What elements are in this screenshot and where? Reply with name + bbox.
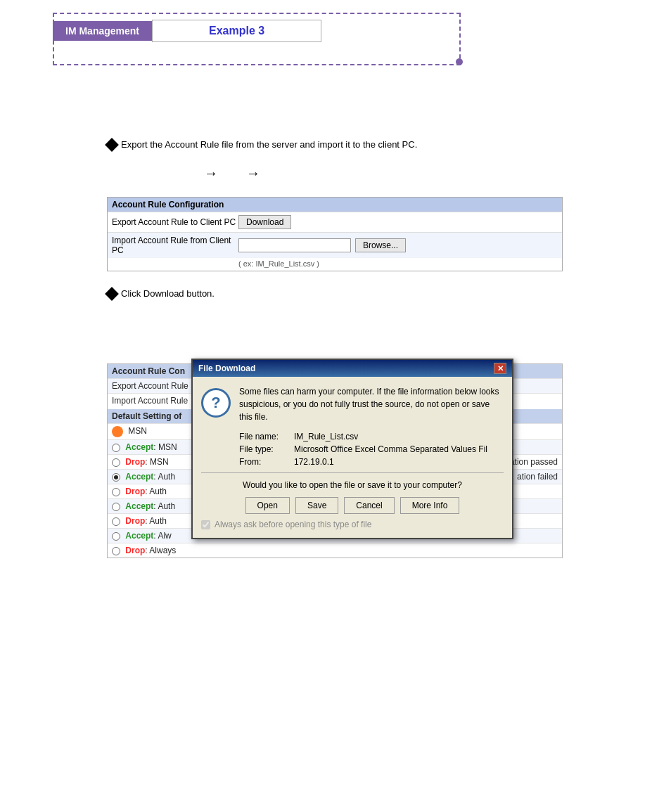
diamond-icon-2 xyxy=(105,287,119,301)
browse-button[interactable]: Browse... xyxy=(355,238,406,252)
im-management-tab: IM Management xyxy=(53,21,152,41)
accept-2-right: ation failed xyxy=(517,472,558,482)
accept-1-text: MSN xyxy=(158,442,177,452)
file-download-dialog: File Download ✕ ? Some files can harm yo… xyxy=(191,359,513,539)
drop-4-text: Always xyxy=(149,546,176,555)
file-type-row: File type: Microsoft Office Excel Comma … xyxy=(239,444,504,454)
radio-1[interactable] xyxy=(112,444,120,452)
radio-4[interactable] xyxy=(112,488,120,496)
accept-3: Accept xyxy=(125,501,153,511)
drop-1-right: ation passed xyxy=(510,457,558,467)
from-row: From: 172.19.0.1 xyxy=(239,457,504,467)
dialog-info-table: File name: IM_Rule_List.csv File type: M… xyxy=(239,432,504,467)
drop-3-text: Auth xyxy=(149,516,167,526)
always-ask-label: Always ask before opening this type of f… xyxy=(215,520,371,529)
question-icon: ? xyxy=(201,388,231,418)
dialog-buttons: Open Save Cancel More Info xyxy=(201,497,504,514)
save-button[interactable]: Save xyxy=(295,497,338,514)
drop-2-text: Auth xyxy=(149,486,167,496)
file-type-label: File type: xyxy=(239,444,288,454)
drop-1-text: MSN xyxy=(150,457,169,467)
radio-8[interactable] xyxy=(112,547,120,555)
example-tab: Example 3 xyxy=(152,20,321,42)
bullet-1-text: Export the Account Rule file from the se… xyxy=(121,139,417,150)
from-label: From: xyxy=(239,457,288,467)
radio-7[interactable] xyxy=(112,532,120,541)
arc-table-top: Account Rule Configuration Export Accoun… xyxy=(107,197,563,271)
accept-4: Accept xyxy=(125,531,153,541)
file-name-label: File name: xyxy=(239,432,288,442)
msn-label: MSN xyxy=(128,426,147,436)
arrow-1: → xyxy=(204,165,218,181)
dialog-titlebar: File Download ✕ xyxy=(193,360,512,377)
radio-6[interactable] xyxy=(112,517,120,526)
arrow-2: → xyxy=(246,165,260,181)
bullet-2-text: Click Download button. xyxy=(121,288,215,299)
drop-4: Drop xyxy=(125,546,145,555)
checkbox-row: Always ask before opening this type of f… xyxy=(201,520,504,529)
accept-2-text: Auth xyxy=(158,472,175,482)
drop-2: Drop xyxy=(125,486,145,496)
radio-3[interactable] xyxy=(112,473,120,482)
msn-icon xyxy=(112,426,123,437)
dialog-body: ? Some files can harm your computer. If … xyxy=(193,377,512,538)
dialog-title: File Download xyxy=(198,363,255,373)
file-name-row: File name: IM_Rule_List.csv xyxy=(239,432,504,442)
diamond-icon-1 xyxy=(105,138,119,152)
from-value: 172.19.0.1 xyxy=(294,457,334,467)
arc-import-label: Import Account Rule from Client PC xyxy=(112,236,238,255)
drop-3: Drop xyxy=(125,516,145,526)
dot-indicator xyxy=(456,58,463,65)
arc-import-content: Browse... xyxy=(238,238,406,252)
accept-1: Accept xyxy=(125,442,153,452)
radio-5[interactable] xyxy=(112,503,120,511)
arc-table-top-header: Account Rule Configuration xyxy=(108,198,562,212)
dialog-close-button[interactable]: ✕ xyxy=(494,363,506,374)
bullet-1: Export the Account Rule file from the se… xyxy=(107,139,417,150)
arc-export-content: Download xyxy=(238,215,291,229)
dialog-top-section: ? Some files can harm your computer. If … xyxy=(201,385,504,423)
file-name-value: IM_Rule_List.csv xyxy=(294,432,358,442)
radio-2[interactable] xyxy=(112,458,120,467)
arc-export-label: Export Account Rule to Client PC xyxy=(112,217,238,227)
cancel-button[interactable]: Cancel xyxy=(344,497,394,514)
import-file-input[interactable] xyxy=(238,238,351,252)
arc-import-row: Import Account Rule from Client PC Brows… xyxy=(108,232,562,258)
open-button[interactable]: Open xyxy=(245,497,290,514)
arrows-area: → → xyxy=(204,165,260,181)
bg-drop4-row: Drop: Always xyxy=(108,543,562,558)
arc-export-row: Export Account Rule to Client PC Downloa… xyxy=(108,212,562,232)
bullet-2: Click Download button. xyxy=(107,288,215,299)
hint-text: ( ex: IM_Rule_List.csv ) xyxy=(108,258,562,271)
more-info-button[interactable]: More Info xyxy=(400,497,460,514)
always-ask-checkbox[interactable] xyxy=(201,520,210,529)
accept-3-text: Auth xyxy=(158,501,175,511)
divider xyxy=(201,472,504,473)
header-area: IM Management Example 3 xyxy=(53,20,321,42)
accept-2: Accept xyxy=(125,472,153,482)
file-type-value: Microsoft Office Excel Comma Separated V… xyxy=(294,444,487,454)
dialog-question: Would you like to open the file or save … xyxy=(201,480,504,490)
accept-4-text: Alw xyxy=(158,531,171,541)
drop-1: Drop xyxy=(125,457,145,467)
dialog-warning-text: Some files can harm your computer. If th… xyxy=(239,385,504,423)
download-button[interactable]: Download xyxy=(238,215,291,229)
